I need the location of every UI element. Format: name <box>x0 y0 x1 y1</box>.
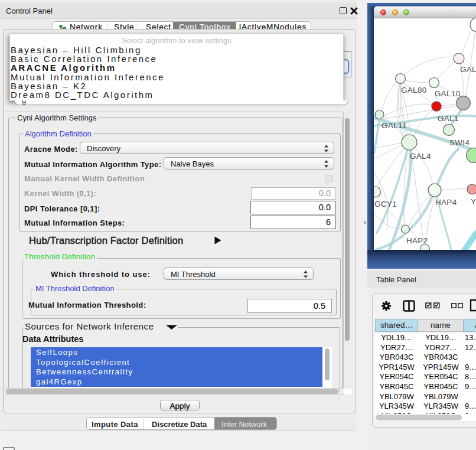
svg-text:Y: Y <box>471 197 476 206</box>
svg-text:HAP4: HAP4 <box>435 198 457 207</box>
svg-text:GAL11: GAL11 <box>382 121 407 130</box>
svg-text:GAL80: GAL80 <box>401 86 427 94</box>
svg-text:GAL10: GAL10 <box>435 89 461 98</box>
svg-text:GAL1: GAL1 <box>438 114 459 123</box>
svg-text:GAL2: GAL2 <box>460 65 476 74</box>
svg-text:SWI4: SWI4 <box>449 138 470 147</box>
svg-text:GCY1: GCY1 <box>374 200 397 208</box>
svg-text:GAL4: GAL4 <box>410 152 431 161</box>
svg-text:HAP2: HAP2 <box>406 236 428 245</box>
